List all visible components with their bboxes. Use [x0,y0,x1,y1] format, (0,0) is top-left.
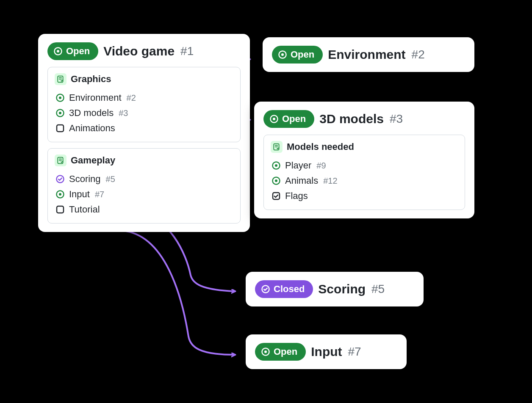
issue-open-icon [55,93,65,102]
issue-open-icon [272,176,281,185]
issue-card-scoring[interactable]: Closed Scoring #5 [246,272,424,306]
checkbox-checked-icon [272,191,281,201]
issue-open-icon [55,190,65,199]
svg-point-4 [59,97,61,99]
issue-open-icon [53,47,63,56]
status-badge-open: Open [263,110,314,128]
status-label: Open [282,113,306,124]
task-item[interactable]: Animations [55,121,233,136]
svg-point-19 [275,164,277,167]
checkbox-unchecked-icon [55,205,65,214]
svg-point-21 [275,179,277,182]
issue-number: #7 [348,345,361,359]
issue-title: Video game [103,44,175,58]
task-label: Player [285,160,311,171]
task-label: Animals [285,175,318,186]
issue-title: Scoring [318,282,366,296]
svg-point-16 [273,118,275,120]
card-header: Closed Scoring #5 [255,280,414,298]
card-header: Open Video game #1 [47,42,241,60]
issue-open-icon [261,347,270,356]
svg-point-11 [59,193,61,196]
svg-rect-12 [57,206,64,213]
issue-card-environment[interactable]: Open Environment #2 [263,37,474,72]
status-badge-closed: Closed [255,280,313,298]
card-header: Open Environment #2 [272,46,465,63]
status-badge-open: Open [255,343,306,361]
task-number: #9 [316,161,326,171]
issue-closed-icon [55,174,65,184]
card-header: Open Input #7 [255,343,397,361]
issue-number: #1 [180,44,194,58]
task-label: 3D models [69,108,114,119]
task-label: Input [69,189,90,200]
task-item[interactable]: Flags [271,188,458,204]
diagram-stage: Open Video game #1 Graphics Environment … [0,0,532,403]
issue-title: 3D models [319,112,384,126]
tasklist-graphics: Graphics Environment #2 3D models #3 Ani… [47,67,241,142]
tasklist-models-needed: Models needed Player #9 Animals #12 Flag… [263,135,465,210]
issue-title: Input [311,345,342,359]
tasklist-title: Models needed [287,141,354,152]
status-label: Open [66,46,90,57]
issue-number: #3 [390,112,403,126]
issue-number: #2 [412,48,425,61]
issue-card-input[interactable]: Open Input #7 [246,334,407,369]
issue-title: Environment [328,47,405,62]
tasklist-title: Gameplay [71,155,115,166]
status-label: Closed [274,284,305,295]
task-label: Environment [69,92,122,103]
task-label: Flags [285,190,308,202]
svg-point-1 [57,50,59,52]
status-label: Open [291,49,314,60]
tasklist-icon [271,141,283,153]
svg-rect-7 [57,125,64,132]
issue-card-3d-models[interactable]: Open 3D models #3 Models needed Player #… [254,102,474,218]
status-badge-open: Open [272,46,323,63]
task-label: Animations [69,123,115,134]
status-badge-open: Open [47,42,98,60]
tasklist-title: Graphics [71,74,111,85]
task-item[interactable]: 3D models #3 [55,105,233,121]
task-item[interactable]: Input #7 [55,187,233,202]
checkbox-unchecked-icon [55,124,65,133]
task-number: #5 [106,174,115,184]
svg-point-25 [264,351,267,353]
tasklist-header: Graphics [55,73,233,85]
tasklist-gameplay: Gameplay Scoring #5 Input #7 Tutorial [47,148,241,224]
task-item[interactable]: Tutorial [55,202,233,217]
task-item[interactable]: Player #9 [271,158,458,173]
tasklist-header: Gameplay [55,155,233,166]
task-item[interactable]: Environment #2 [55,90,233,105]
card-header: Open 3D models #3 [263,110,465,128]
tasklist-icon [55,155,66,166]
svg-point-14 [281,53,284,56]
task-number: #3 [119,108,128,118]
issue-open-icon [55,108,65,118]
task-number: #12 [323,176,337,186]
tasklist-header: Models needed [271,141,458,153]
issue-card-video-game[interactable]: Open Video game #1 Graphics Environment … [38,34,250,232]
svg-point-6 [59,112,61,114]
issue-open-icon [278,50,287,59]
task-number: #7 [95,190,104,199]
task-number: #2 [127,93,136,103]
task-item[interactable]: Scoring #5 [55,171,233,187]
issue-number: #5 [371,282,385,296]
status-label: Open [274,346,297,357]
task-item[interactable]: Animals #12 [271,173,458,188]
issue-closed-icon [261,284,270,294]
tasklist-icon [55,73,66,85]
task-label: Tutorial [69,204,100,215]
task-label: Scoring [69,174,101,185]
issue-open-icon [269,114,279,124]
issue-open-icon [272,161,281,170]
